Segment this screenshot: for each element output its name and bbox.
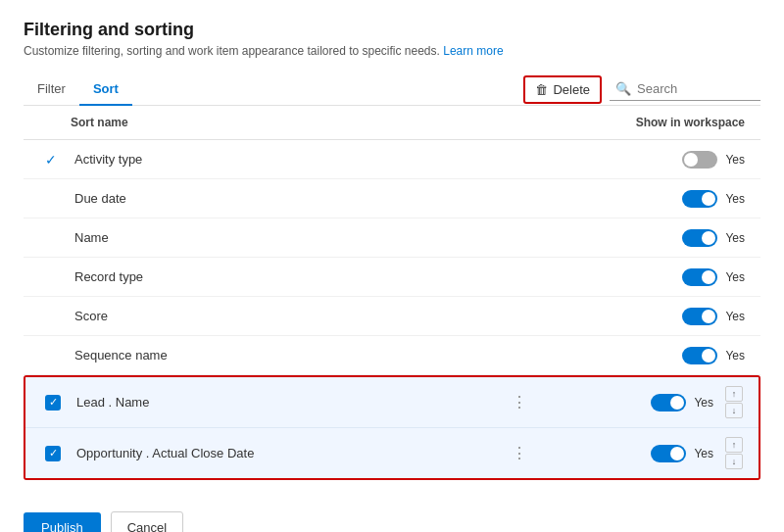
row-check: ✓ bbox=[39, 152, 63, 168]
col-show: Show in workspace bbox=[588, 116, 745, 129]
row-show: Yes ↑ ↓ bbox=[586, 386, 743, 418]
arrow-up-button[interactable]: ↑ bbox=[725, 437, 743, 453]
toggle-switch[interactable] bbox=[651, 445, 686, 462]
selected-checkbox[interactable]: ✓ bbox=[45, 446, 61, 461]
toggle-label: Yes bbox=[725, 349, 745, 363]
toggle-switch[interactable] bbox=[682, 308, 717, 325]
toggle-label: Yes bbox=[725, 270, 745, 284]
tabs-right: 🗑 Delete 🔍 bbox=[523, 75, 760, 104]
row-show: Yes bbox=[588, 347, 745, 364]
page-subtitle: Customize filtering, sorting and work it… bbox=[24, 44, 760, 58]
toggle-switch[interactable] bbox=[682, 229, 717, 247]
toggle-label: Yes bbox=[725, 153, 745, 167]
table-row-selected: ✓ Lead . Name ⋮ Yes ↑ ↓ bbox=[25, 377, 759, 428]
search-input[interactable] bbox=[637, 81, 755, 96]
row-name: Score bbox=[71, 309, 588, 323]
col-sort-name: Sort name bbox=[39, 116, 588, 129]
row-show: Yes ↑ ↓ bbox=[586, 437, 743, 469]
checkmark-icon: ✓ bbox=[45, 152, 57, 168]
table-row: Due date Yes bbox=[24, 179, 760, 218]
row-name: Record type bbox=[71, 269, 588, 284]
table-row: Sequence name Yes bbox=[24, 336, 760, 375]
row-check: ✓ bbox=[41, 446, 65, 461]
arrow-down-button[interactable]: ↓ bbox=[725, 454, 743, 469]
table-row-selected: ✓ Opportunity . Actual Close Date ⋮ Yes … bbox=[25, 428, 759, 478]
arrow-up-button[interactable]: ↑ bbox=[725, 386, 743, 402]
cancel-button[interactable]: Cancel bbox=[111, 511, 183, 532]
tab-sort[interactable]: Sort bbox=[79, 73, 132, 106]
tabs-left: Filter Sort bbox=[24, 73, 132, 105]
search-box[interactable]: 🔍 bbox=[610, 77, 760, 101]
publish-button[interactable]: Publish bbox=[24, 512, 101, 532]
selected-rows-group: ✓ Lead . Name ⋮ Yes ↑ ↓ ✓ Opportunity . … bbox=[24, 375, 760, 480]
selected-checkbox[interactable]: ✓ bbox=[45, 395, 61, 411]
row-name: Opportunity . Actual Close Date bbox=[73, 446, 512, 460]
delete-button[interactable]: 🗑 Delete bbox=[523, 75, 602, 104]
more-options-icon[interactable]: ⋮ bbox=[512, 393, 527, 411]
row-name: Name bbox=[71, 230, 588, 245]
toggle-switch[interactable] bbox=[682, 347, 717, 364]
row-name: Activity type bbox=[71, 152, 588, 167]
tabs-bar: Filter Sort 🗑 Delete 🔍 bbox=[24, 73, 760, 106]
sort-arrows: ↑ ↓ bbox=[725, 437, 743, 469]
toggle-label: Yes bbox=[694, 396, 713, 410]
search-icon: 🔍 bbox=[615, 81, 631, 96]
table-row: Record type Yes bbox=[24, 258, 760, 297]
table-row: Score Yes bbox=[24, 297, 760, 336]
toggle-switch[interactable] bbox=[682, 151, 717, 169]
trash-icon: 🗑 bbox=[535, 82, 548, 97]
tab-filter[interactable]: Filter bbox=[24, 73, 79, 106]
toggle-switch[interactable] bbox=[682, 268, 717, 286]
table-row: ✓ Activity type Yes bbox=[24, 140, 760, 179]
toggle-switch[interactable] bbox=[651, 394, 686, 411]
learn-more-link[interactable]: Learn more bbox=[443, 44, 503, 58]
page-title: Filtering and sorting bbox=[24, 20, 760, 40]
toggle-label: Yes bbox=[725, 192, 745, 206]
arrow-down-button[interactable]: ↓ bbox=[725, 403, 743, 418]
toggle-label: Yes bbox=[725, 310, 745, 323]
toggle-switch[interactable] bbox=[682, 190, 717, 208]
row-name: Due date bbox=[71, 191, 588, 206]
row-show: Yes bbox=[588, 151, 745, 169]
table-header: Sort name Show in workspace bbox=[24, 106, 760, 140]
row-name: Sequence name bbox=[71, 348, 588, 363]
sort-arrows: ↑ ↓ bbox=[725, 386, 743, 418]
row-show: Yes bbox=[588, 308, 745, 325]
row-show: Yes bbox=[588, 229, 745, 247]
table-row: Name Yes bbox=[24, 218, 760, 258]
row-show: Yes bbox=[588, 190, 745, 208]
row-check: ✓ bbox=[41, 395, 65, 411]
row-show: Yes bbox=[588, 268, 745, 286]
footer: Publish Cancel bbox=[24, 496, 760, 532]
more-options-icon[interactable]: ⋮ bbox=[512, 444, 527, 462]
toggle-label: Yes bbox=[694, 447, 713, 460]
row-name: Lead . Name bbox=[73, 395, 512, 410]
toggle-label: Yes bbox=[725, 231, 745, 245]
